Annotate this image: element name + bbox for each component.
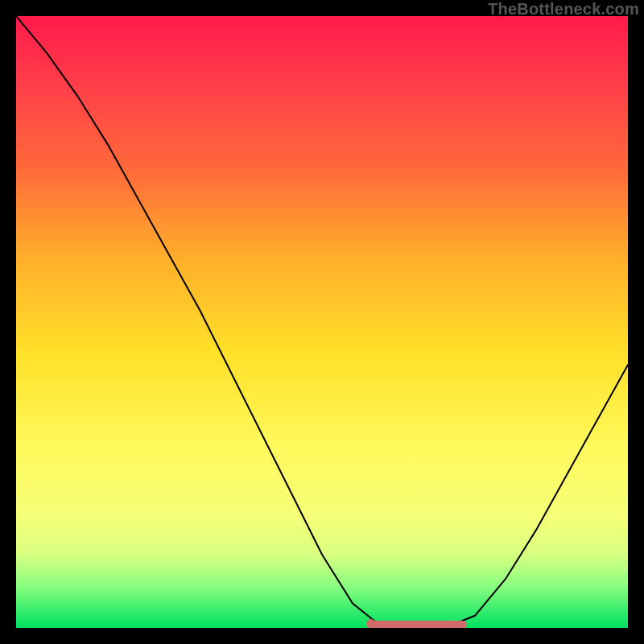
- optimal-range-marker: [16, 16, 628, 628]
- watermark-text: TheBottleneck.com: [488, 0, 639, 19]
- chart-frame: TheBottleneck.com: [0, 0, 644, 644]
